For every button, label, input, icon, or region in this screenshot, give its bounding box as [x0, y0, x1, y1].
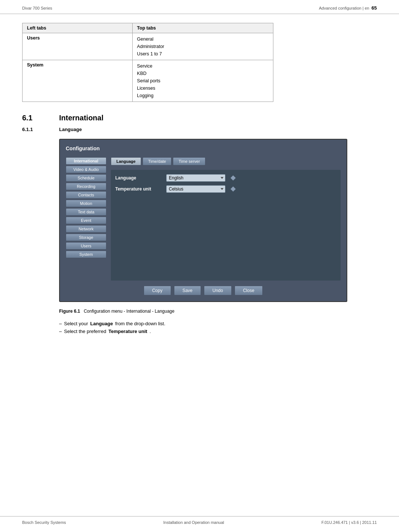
- sidebar-item-storage[interactable]: Storage: [66, 234, 106, 241]
- config-form: Language English Temperature unit Celsiu…: [111, 170, 341, 281]
- list-item: Licenses: [137, 85, 269, 92]
- language-value: English: [169, 175, 183, 181]
- config-tabs: Language Time/date Time server: [111, 157, 341, 165]
- sidebar-item-network[interactable]: Network: [66, 225, 106, 233]
- sidebar-item-users[interactable]: Users: [66, 242, 106, 250]
- down-arrow-icon[interactable]: [231, 186, 236, 192]
- temperature-dropdown[interactable]: Celsius: [166, 185, 225, 193]
- config-inner: International Video & Audio Schedule Rec…: [66, 157, 341, 281]
- instruction-item: Select the preferred Temperature unit.: [59, 327, 377, 335]
- temperature-value: Celsius: [169, 186, 183, 192]
- list-item: KBD: [137, 70, 269, 77]
- section-heading: 6.1 International: [22, 114, 377, 122]
- save-button[interactable]: Save: [174, 286, 201, 295]
- config-sidebar: International Video & Audio Schedule Rec…: [66, 157, 106, 281]
- dropdown-arrow-icon: [221, 188, 224, 190]
- footer-left: Bosch Security Systems: [22, 520, 66, 525]
- sidebar-item-recording[interactable]: Recording: [66, 183, 106, 190]
- config-right-content: Language Time/date Time server Language …: [111, 157, 341, 281]
- tab-language[interactable]: Language: [111, 157, 141, 165]
- language-dropdown[interactable]: English: [166, 174, 225, 182]
- sidebar-item-international[interactable]: International: [66, 157, 106, 165]
- table-row: System Service KBD Serial ports Licenses…: [23, 60, 273, 102]
- dropdown-arrow-icon: [221, 177, 224, 179]
- list-item: Logging: [137, 92, 269, 99]
- section-title: International: [59, 114, 103, 122]
- subsection-num: 6.1.1: [22, 127, 59, 132]
- instruction-item: Select your Language from the drop-down …: [59, 320, 377, 327]
- figure-caption: Figure 6.1 Configuration menu - Internat…: [59, 309, 377, 314]
- row-users-label: Users: [23, 33, 133, 60]
- col2-header: Top tabs: [132, 23, 273, 33]
- row-system-items: Service KBD Serial ports Licenses Loggin…: [132, 60, 273, 102]
- language-label: Language: [115, 175, 163, 181]
- undo-button[interactable]: Undo: [204, 286, 232, 295]
- page-footer: Bosch Security Systems Installation and …: [0, 516, 399, 525]
- sidebar-item-motion[interactable]: Motion: [66, 200, 106, 207]
- row-users-items: General Administrator Users 1 to 7: [132, 33, 273, 60]
- language-row: Language English: [115, 174, 336, 182]
- copy-button[interactable]: Copy: [144, 286, 171, 295]
- header-right: Advanced configuration | en 65: [319, 5, 377, 11]
- subsection-heading: 6.1.1 Language: [22, 127, 377, 132]
- temperature-label: Temperature unit: [115, 186, 163, 192]
- header-left: Divar 700 Series: [22, 6, 52, 10]
- configuration-box: Configuration International Video & Audi…: [59, 139, 347, 302]
- up-arrow-icon[interactable]: [231, 175, 236, 181]
- instructions-list: Select your Language from the drop-down …: [59, 320, 377, 335]
- section-num: 6.1: [22, 114, 59, 122]
- sidebar-item-text-data[interactable]: Text data: [66, 208, 106, 216]
- sidebar-item-schedule[interactable]: Schedule: [66, 174, 106, 182]
- row-system-label: System: [23, 60, 133, 102]
- tab-timedate[interactable]: Time/date: [143, 157, 172, 165]
- footer-center: Installation and Operation manual: [163, 520, 224, 525]
- tab-timeserver[interactable]: Time server: [173, 157, 205, 165]
- temperature-row: Temperature unit Celsius: [115, 185, 336, 193]
- col1-header: Left tabs: [23, 23, 133, 33]
- config-bottom-buttons: Copy Save Undo Close: [66, 286, 341, 295]
- page-header: Divar 700 Series Advanced configuration …: [0, 0, 399, 14]
- list-item: Administrator: [137, 43, 269, 50]
- sidebar-item-system[interactable]: System: [66, 251, 106, 258]
- list-item: Service: [137, 62, 269, 70]
- sidebar-item-event[interactable]: Event: [66, 217, 106, 224]
- subsection-title: Language: [59, 127, 82, 132]
- table-row: Users General Administrator Users 1 to 7: [23, 33, 273, 60]
- list-item: General: [137, 35, 269, 43]
- page-content: Left tabs Top tabs Users General Adminis…: [0, 14, 399, 357]
- footer-right: F.01U.246.471 | v3.6 | 2011.11: [321, 520, 377, 525]
- sidebar-item-video-audio[interactable]: Video & Audio: [66, 166, 106, 173]
- config-title: Configuration: [66, 145, 341, 151]
- close-button[interactable]: Close: [235, 286, 263, 295]
- sidebar-item-contacts[interactable]: Contacts: [66, 191, 106, 199]
- list-item: Users 1 to 7: [137, 50, 269, 58]
- list-item: Serial ports: [137, 77, 269, 85]
- tabs-table: Left tabs Top tabs Users General Adminis…: [22, 23, 273, 102]
